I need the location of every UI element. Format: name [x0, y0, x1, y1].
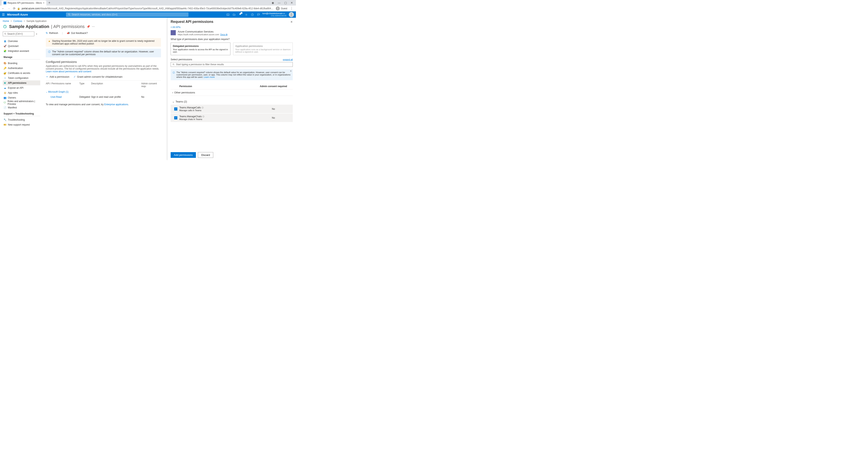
nav-branding[interactable]: 🎨Branding — [3, 61, 40, 66]
perm-teams-managecalls[interactable]: Teams.ManageCallsⓘ Manage calls in Teams… — [170, 105, 293, 113]
maximize-icon[interactable]: ▢ — [283, 1, 288, 4]
close-info-icon[interactable]: ✕ — [290, 70, 291, 72]
view-manage-text: To view and manage permissions and user … — [46, 103, 161, 106]
page-title: Sample Application — [9, 24, 49, 29]
forward-icon[interactable]: → — [7, 7, 10, 10]
nav-app-roles[interactable]: ▥App roles — [3, 90, 40, 95]
info-icon: ⓘ — [173, 71, 175, 78]
learn-more-link[interactable]: Learn more — [204, 76, 215, 78]
close-tab-icon[interactable]: × — [43, 2, 44, 4]
tooltip-icon[interactable]: ⓘ — [203, 115, 205, 118]
user-avatar[interactable] — [289, 12, 294, 17]
add-permission-button[interactable]: ＋Add a permission — [46, 75, 69, 78]
pin-icon[interactable]: 📌 — [87, 25, 90, 28]
nav-owners[interactable]: 👥Owners — [3, 95, 40, 100]
guest-profile[interactable]: Guest — [276, 6, 287, 10]
azure-brand[interactable]: Microsoft Azure — [7, 13, 28, 16]
request-api-permissions-panel: Request API permissions ✕ < All APIs Azu… — [167, 18, 296, 160]
perm-type-question: What type of permissions does your appli… — [170, 38, 293, 41]
nav-token[interactable]: ⫴Token configuration — [3, 75, 40, 80]
perm-group-msgraph[interactable]: ⌄Microsoft Graph (1) — [46, 89, 161, 94]
group-teams[interactable]: ⌄Teams (2) — [170, 99, 293, 105]
roles-icon: ▥ — [4, 92, 6, 94]
checkbox-checked[interactable] — [174, 116, 177, 120]
help-icon[interactable]: ? — [251, 13, 254, 16]
record-icon[interactable]: ◉ — [270, 1, 275, 4]
svg-point-11 — [173, 64, 174, 65]
overview-icon: ▦ — [4, 40, 6, 42]
more-icon[interactable]: ⋯ — [92, 25, 95, 28]
nav-manifest[interactable]: 📄Manifest — [3, 105, 40, 110]
perm-teams-managechats[interactable]: Teams.ManageChatsⓘ Manage chats in Teams… — [170, 113, 293, 122]
account-info[interactable]: tom@chladekdomain.o... CHLADEKDOMAIN — [262, 12, 286, 17]
nav-expose[interactable]: ☁Expose an API — [3, 85, 40, 90]
search-permission-input[interactable]: Start typing a permission to filter thes… — [170, 62, 293, 67]
nav-roles-admin[interactable]: 🛡Roles and administrators | Preview — [3, 100, 40, 105]
panel-close-icon[interactable]: ✕ — [290, 20, 293, 24]
directories-icon[interactable] — [232, 13, 236, 16]
back-icon[interactable]: ← — [2, 7, 4, 10]
delegated-permissions-box[interactable]: Delegated permissions Your application n… — [170, 42, 230, 55]
palette-icon: 🎨 — [4, 62, 6, 65]
nav-integration[interactable]: 🧩Integration assistant — [3, 48, 40, 54]
docs-link[interactable]: Docs ⧉ — [220, 33, 227, 36]
collapse-sidebar-icon[interactable]: « — [36, 33, 37, 35]
breadcrumb-sample[interactable]: Sample Application — [26, 20, 46, 23]
expand-all-link[interactable]: expand all — [283, 58, 293, 61]
lock-icon: 🔐 — [4, 72, 6, 74]
nav-overview[interactable]: ▦Overview — [3, 39, 40, 43]
tooltip-icon[interactable]: ⓘ — [202, 107, 204, 109]
main-area: ↻Refresh | 📣Got feedback? ▲Starting Nove… — [40, 32, 161, 127]
acs-icon — [170, 30, 176, 35]
refresh-button[interactable]: ↻Refresh — [46, 32, 58, 34]
guest-avatar-icon — [276, 6, 280, 10]
breadcrumb-contoso[interactable]: Contoso — [13, 20, 22, 23]
nav-quickstart[interactable]: 🚀Quickstart — [3, 43, 40, 48]
panel-info-banner: ⓘ The "Admin consent required" column sh… — [170, 69, 293, 80]
hamburger-icon[interactable]: ☰ — [2, 13, 5, 16]
nav-api-permissions[interactable]: ⊕API permissions — [3, 80, 40, 85]
feedback-button[interactable]: 📣Got feedback? — [67, 32, 88, 34]
feedback-icon[interactable] — [257, 13, 260, 16]
cloud-shell-icon[interactable] — [226, 13, 229, 16]
app-icon — [3, 25, 7, 29]
file-icon: 📄 — [4, 106, 6, 109]
browser-tab[interactable]: Request API permissions - Micro × — [2, 0, 46, 5]
nav-authentication[interactable]: 🔑Authentication — [3, 66, 40, 71]
notifications-icon[interactable]: 1 — [239, 13, 242, 16]
perm-row-user-read[interactable]: User.Read Delegated Sign in and read use… — [46, 94, 161, 100]
refresh-icon: ↻ — [46, 32, 48, 34]
browser-menu-icon[interactable]: ⋮ — [289, 6, 294, 10]
discard-button[interactable]: Discard — [198, 152, 213, 158]
select-permissions-title: Select permissions — [170, 58, 192, 61]
url-field[interactable]: portal.azure.com/#blade/Microsoft_AAD_Re… — [22, 7, 274, 10]
all-apis-link[interactable]: < All APIs — [170, 26, 293, 29]
shield-icon: 🛡 — [4, 101, 6, 104]
svg-point-9 — [4, 33, 6, 34]
check-icon: ✓ — [73, 75, 76, 78]
reload-icon[interactable]: ⟳ — [13, 7, 16, 10]
grant-admin-consent-button[interactable]: ✓Grant admin consent for chladekdomain — [73, 75, 123, 78]
application-permissions-box[interactable]: Application permissions Your application… — [233, 42, 293, 55]
checkbox-checked[interactable] — [174, 107, 177, 110]
chevron-down-icon: ⌄ — [46, 91, 48, 93]
header-icons: 1 ? — [226, 13, 260, 16]
add-permissions-button[interactable]: Add permissions — [170, 152, 196, 158]
nav-certificates[interactable]: 🔐Certificates & secrets — [3, 71, 40, 75]
tab-title: Request API permissions - Micro — [7, 2, 42, 4]
nav-new-support[interactable]: 🎫New support request — [3, 122, 40, 127]
sidebar-search[interactable]: Search (Ctrl+/) — [3, 32, 34, 36]
nav-troubleshooting[interactable]: 🔧Troubleshooting — [3, 117, 40, 122]
warning-icon: ▲ — [48, 40, 51, 42]
svg-text:?: ? — [252, 14, 253, 15]
enterprise-apps-link[interactable]: Enterprise applications — [104, 103, 128, 106]
new-tab-button[interactable]: + — [46, 1, 53, 5]
close-window-icon[interactable]: ✕ — [289, 1, 294, 4]
azure-favicon — [4, 2, 6, 4]
minimize-icon[interactable]: — — [277, 1, 282, 4]
breadcrumb-home[interactable]: Home — [3, 20, 9, 23]
global-search[interactable]: Search resources, services, and docs (G+… — [66, 12, 188, 17]
group-other-permissions[interactable]: ›Other permissions — [170, 89, 293, 96]
learn-more-link[interactable]: Learn more about permissions and consent — [46, 70, 91, 73]
gear-icon[interactable] — [245, 13, 248, 16]
